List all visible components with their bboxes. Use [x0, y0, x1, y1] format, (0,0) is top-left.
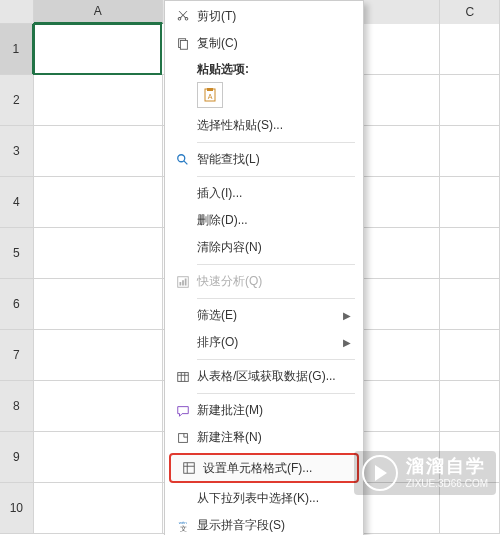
menu-cut-label: 剪切(T) — [195, 8, 355, 25]
play-icon — [362, 455, 398, 491]
row-header-3[interactable]: 3 — [0, 126, 34, 176]
row-header-9[interactable]: 9 — [0, 432, 34, 482]
menu-get-table-data[interactable]: 从表格/区域获取数据(G)... — [165, 363, 363, 390]
menu-new-note-label: 新建注释(N) — [195, 429, 355, 446]
svg-rect-1 — [180, 40, 187, 49]
menu-insert[interactable]: 插入(I)... — [165, 180, 363, 207]
svg-point-5 — [178, 154, 185, 161]
svg-rect-9 — [182, 280, 184, 285]
menu-cut[interactable]: 剪切(T) — [165, 3, 363, 30]
menu-format-cells[interactable]: 设置单元格格式(F)... — [169, 453, 359, 483]
menu-get-table-label: 从表格/区域获取数据(G)... — [195, 368, 355, 385]
menu-phonetic[interactable]: wén文 显示拼音字段(S) — [165, 512, 363, 535]
svg-text:A: A — [208, 93, 213, 100]
format-cells-icon — [177, 461, 201, 475]
menu-smart-lookup[interactable]: 智能查找(L) — [165, 146, 363, 173]
copy-icon — [171, 37, 195, 51]
menu-new-comment[interactable]: 新建批注(M) — [165, 397, 363, 424]
col-header-A[interactable]: A — [34, 0, 163, 24]
menu-phonetic-label: 显示拼音字段(S) — [195, 517, 355, 534]
cell-A1[interactable] — [33, 23, 162, 75]
menu-clear-label: 清除内容(N) — [195, 239, 355, 256]
svg-text:文: 文 — [180, 525, 187, 532]
menu-dropdown-select-label: 从下拉列表中选择(K)... — [195, 490, 355, 507]
chevron-right-icon: ▶ — [343, 337, 355, 348]
row-header-5[interactable]: 5 — [0, 228, 34, 278]
watermark-url: ZIXUE.3D66.COM — [406, 478, 488, 490]
menu-new-comment-label: 新建批注(M) — [195, 402, 355, 419]
select-all-corner[interactable] — [0, 0, 34, 23]
menu-copy[interactable]: 复制(C) — [165, 30, 363, 57]
menu-separator — [197, 142, 355, 143]
row-header-6[interactable]: 6 — [0, 279, 34, 329]
paste-options-title: 粘贴选项: — [165, 57, 363, 80]
cut-icon — [171, 10, 195, 24]
menu-new-note[interactable]: 新建注释(N) — [165, 424, 363, 451]
menu-paste-special[interactable]: 选择性粘贴(S)... — [165, 112, 363, 139]
paste-options-row: A — [165, 80, 363, 112]
menu-sort[interactable]: 排序(O) ▶ — [165, 329, 363, 356]
search-icon — [171, 153, 195, 167]
svg-rect-10 — [185, 278, 187, 285]
menu-filter[interactable]: 筛选(E) ▶ — [165, 302, 363, 329]
menu-insert-label: 插入(I)... — [195, 185, 355, 202]
quick-analysis-icon — [171, 275, 195, 289]
menu-delete[interactable]: 删除(D)... — [165, 207, 363, 234]
menu-format-cells-label: 设置单元格格式(F)... — [201, 460, 349, 477]
row-header-10[interactable]: 10 — [0, 483, 34, 533]
cell-C1[interactable] — [440, 24, 500, 74]
menu-copy-label: 复制(C) — [195, 35, 355, 52]
row-header-1[interactable]: 1 — [0, 24, 34, 74]
svg-rect-11 — [178, 372, 189, 381]
note-icon — [171, 431, 195, 445]
phonetic-icon: wén文 — [171, 519, 195, 533]
svg-rect-16 — [184, 463, 195, 474]
paste-option-default[interactable]: A — [197, 82, 223, 108]
context-menu: 剪切(T) 复制(C) 粘贴选项: A 选择性粘贴(S)... 智能查找(L) … — [164, 0, 364, 535]
watermark: 溜溜自学 ZIXUE.3D66.COM — [354, 451, 496, 495]
watermark-title: 溜溜自学 — [406, 456, 488, 478]
menu-sort-label: 排序(O) — [195, 334, 343, 351]
row-header-4[interactable]: 4 — [0, 177, 34, 227]
menu-quick-analysis: 快速分析(Q) — [165, 268, 363, 295]
menu-filter-label: 筛选(E) — [195, 307, 343, 324]
chevron-right-icon: ▶ — [343, 310, 355, 321]
table-icon — [171, 370, 195, 384]
svg-line-6 — [184, 160, 188, 164]
menu-quick-analysis-label: 快速分析(Q) — [195, 273, 355, 290]
clipboard-icon: A — [202, 87, 218, 103]
row-header-7[interactable]: 7 — [0, 330, 34, 380]
menu-clear[interactable]: 清除内容(N) — [165, 234, 363, 261]
col-header-C[interactable]: C — [440, 0, 500, 24]
menu-delete-label: 删除(D)... — [195, 212, 355, 229]
row-header-2[interactable]: 2 — [0, 75, 34, 125]
menu-dropdown-select[interactable]: 从下拉列表中选择(K)... — [165, 485, 363, 512]
menu-paste-special-label: 选择性粘贴(S)... — [195, 117, 355, 134]
menu-smart-lookup-label: 智能查找(L) — [195, 151, 355, 168]
svg-rect-15 — [179, 433, 188, 442]
comment-icon — [171, 404, 195, 418]
svg-rect-8 — [180, 282, 182, 286]
svg-rect-3 — [207, 88, 213, 91]
row-header-8[interactable]: 8 — [0, 381, 34, 431]
